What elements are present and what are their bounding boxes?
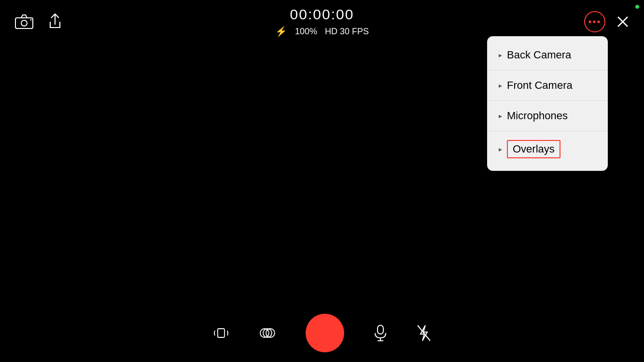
quality-indicator: HD 30 FPS [325,27,369,37]
menu-item-front-camera[interactable]: ▸ Front Camera [487,70,608,101]
flash-off-button[interactable] [417,324,431,342]
menu-item-overlays[interactable]: ▸ Overlays [487,131,608,167]
chevron-icon-microphones: ▸ [499,112,502,120]
svg-rect-0 [15,18,33,28]
menu-item-microphones[interactable]: ▸ Microphones [487,101,608,131]
top-center: 00:00:00 ⚡ 100% HD 30 FPS [275,6,369,37]
dropdown-menu: ▸ Back Camera ▸ Front Camera ▸ Microphon… [487,36,608,171]
microphones-label: Microphones [507,110,596,122]
chevron-icon-front-camera: ▸ [499,82,502,89]
front-camera-label: Front Camera [507,79,596,92]
vibrate-button[interactable] [213,325,229,341]
battery-icon: ⚡ [275,26,287,37]
chevron-icon-overlays: ▸ [499,145,502,153]
svg-point-2 [30,19,32,21]
overlays-label: Overlays [507,140,560,158]
more-options-button[interactable]: ••• [584,11,605,32]
bottom-toolbar [0,304,644,362]
microphone-button[interactable] [373,324,388,342]
timer-display: 00:00:00 [290,6,354,23]
share-button[interactable] [47,13,63,30]
battery-percent: 100% [295,27,317,37]
menu-item-back-camera[interactable]: ▸ Back Camera [487,40,608,70]
layers-button[interactable] [258,324,277,342]
close-button[interactable] [616,15,630,28]
back-camera-label: Back Camera [507,49,596,61]
top-left-controls [14,13,63,30]
svg-point-1 [21,20,27,26]
ellipsis-icon: ••• [588,16,601,28]
top-right-controls: ••• [584,11,630,32]
svg-rect-5 [218,329,224,337]
status-row: ⚡ 100% HD 30 FPS [275,26,369,37]
record-button[interactable] [306,314,344,352]
chevron-icon-back-camera: ▸ [499,51,502,59]
svg-rect-9 [378,325,383,334]
camera-flip-button[interactable] [14,14,34,29]
